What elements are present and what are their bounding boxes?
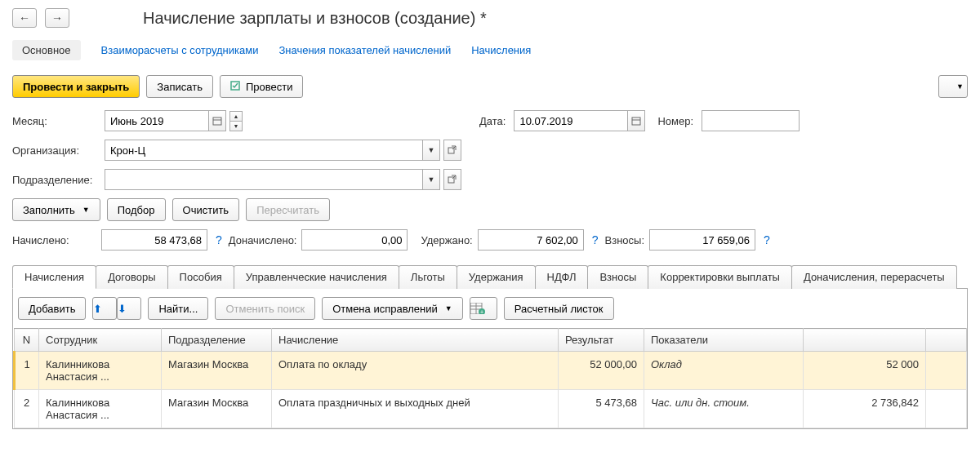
contrib-label: Взносы: xyxy=(605,234,645,246)
org-input[interactable] xyxy=(105,140,423,161)
link-settlements[interactable]: Взаиморасчеты с сотрудниками xyxy=(101,44,259,56)
org-dropdown-button[interactable]: ▼ xyxy=(422,140,440,161)
calendar-button[interactable] xyxy=(208,110,226,131)
dept-dropdown-button[interactable]: ▼ xyxy=(422,169,440,190)
chevron-down-icon: ▼ xyxy=(956,82,964,91)
org-open-button[interactable] xyxy=(443,140,461,161)
tab-benefits[interactable]: Пособия xyxy=(167,265,234,289)
tab-additional[interactable]: Доначисления, перерасчеты xyxy=(791,265,957,289)
find-button[interactable]: Найти... xyxy=(148,297,208,320)
clear-button[interactable]: Очистить xyxy=(172,198,240,221)
arrow-down-icon: ⬇ xyxy=(118,303,127,315)
col-accrual[interactable]: Начисление xyxy=(272,329,559,352)
more-button[interactable]: ▼ xyxy=(938,75,968,98)
chevron-down-icon: ▼ xyxy=(82,206,90,214)
payslip-button[interactable]: Расчетный листок xyxy=(504,297,614,320)
date-calendar-button[interactable] xyxy=(627,110,645,131)
help-icon[interactable]: ? xyxy=(216,233,222,246)
additional-value[interactable] xyxy=(301,229,408,251)
col-employee[interactable]: Сотрудник xyxy=(39,329,162,352)
month-down-button[interactable]: ▼ xyxy=(229,121,243,131)
tab-privileges[interactable]: Льготы xyxy=(399,265,457,289)
page-title: Начисление зарплаты и взносов (создание)… xyxy=(143,9,487,28)
select-button[interactable]: Подбор xyxy=(107,198,166,221)
add-button[interactable]: Добавить xyxy=(18,297,86,320)
move-up-button[interactable]: ⬆ xyxy=(92,297,117,320)
svg-rect-3 xyxy=(213,118,221,125)
link-indicators[interactable]: Значения показателей начислений xyxy=(278,44,451,56)
tab-ndfl[interactable]: НДФЛ xyxy=(535,265,589,289)
col-dept[interactable]: Подразделение xyxy=(162,329,272,352)
link-accruals[interactable]: Начисления xyxy=(471,44,531,56)
post-button[interactable]: Провести xyxy=(220,75,304,98)
move-down-button[interactable]: ⬇ xyxy=(117,297,141,320)
back-button[interactable]: ← xyxy=(12,8,37,28)
table-row[interactable]: 1 Калинникова Анастасия ... Магазин Моск… xyxy=(15,352,967,390)
columns-button[interactable]: + xyxy=(470,297,497,320)
forward-button[interactable]: → xyxy=(45,8,69,28)
dept-input[interactable] xyxy=(105,169,423,190)
additional-label: Доначислено: xyxy=(229,234,297,246)
post-icon xyxy=(230,81,242,92)
col-indicators[interactable]: Показатели xyxy=(644,329,804,352)
number-label: Номер: xyxy=(657,115,693,127)
calendar-icon xyxy=(631,116,641,126)
accrued-label: Начислено: xyxy=(12,234,96,246)
tab-management[interactable]: Управленческие начисления xyxy=(234,265,399,289)
chevron-down-icon: ▼ xyxy=(445,304,452,313)
help-icon[interactable]: ? xyxy=(592,233,599,246)
month-input[interactable] xyxy=(105,110,209,131)
save-button[interactable]: Записать xyxy=(146,75,213,98)
open-icon xyxy=(448,145,457,155)
col-ind-value[interactable] xyxy=(804,329,926,352)
dept-open-button[interactable] xyxy=(443,169,461,190)
tab-contracts[interactable]: Договоры xyxy=(96,265,167,289)
post-and-close-button[interactable]: Провести и закрыть xyxy=(12,75,140,98)
chevron-down-icon: ▼ xyxy=(428,175,435,184)
svg-rect-5 xyxy=(632,118,640,125)
arrow-up-icon: ⬆ xyxy=(93,303,102,315)
cancel-search-button[interactable]: Отменить поиск xyxy=(215,297,315,320)
tab-withholdings[interactable]: Удержания xyxy=(457,265,536,289)
cancel-fixes-button[interactable]: Отмена исправлений▼ xyxy=(322,297,463,320)
chevron-down-icon: ▼ xyxy=(428,146,435,154)
col-extra[interactable] xyxy=(926,329,967,352)
table-row[interactable]: 2 Калинникова Анастасия ... Магазин Моск… xyxy=(15,390,967,428)
accruals-table: N Сотрудник Подразделение Начисление Рез… xyxy=(13,328,967,428)
dept-label: Подразделение: xyxy=(12,174,96,186)
tab-contributions[interactable]: Взносы xyxy=(587,265,648,289)
fill-button[interactable]: Заполнить▼ xyxy=(12,198,100,221)
calendar-icon xyxy=(212,116,222,126)
month-label: Месяц: xyxy=(12,115,96,127)
withheld-label: Удержано: xyxy=(421,234,472,246)
date-label: Дата: xyxy=(479,115,506,127)
help-icon[interactable]: ? xyxy=(764,233,770,246)
col-n[interactable]: N xyxy=(15,329,39,352)
accrued-value[interactable] xyxy=(101,229,207,251)
recalc-button[interactable]: Пересчитать xyxy=(246,198,330,221)
col-result[interactable]: Результат xyxy=(559,329,644,352)
svg-text:+: + xyxy=(480,309,483,314)
number-input[interactable] xyxy=(702,110,800,131)
columns-icon: + xyxy=(470,303,485,314)
org-label: Организация: xyxy=(12,144,96,157)
tab-main[interactable]: Основное xyxy=(12,40,81,60)
tab-corrections[interactable]: Корректировки выплаты xyxy=(648,265,792,289)
tab-accruals[interactable]: Начисления xyxy=(12,265,96,289)
open-icon xyxy=(448,175,457,184)
contrib-value[interactable] xyxy=(649,229,755,251)
date-input[interactable] xyxy=(514,110,628,131)
withheld-value[interactable] xyxy=(478,229,584,251)
